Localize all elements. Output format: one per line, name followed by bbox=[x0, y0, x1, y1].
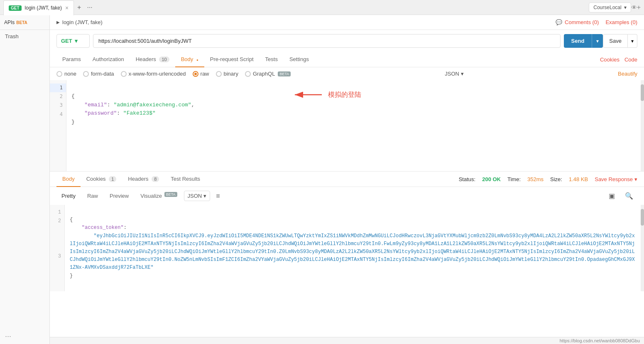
beautify-button[interactable]: Beautify bbox=[618, 71, 637, 77]
resp-preview-btn[interactable]: Preview bbox=[105, 190, 134, 201]
option-raw[interactable]: raw bbox=[193, 71, 209, 77]
main-layout: APIsBETA Trash ··· ▶ login (JWT, fake) 💬… bbox=[0, 15, 644, 344]
response-tab-cookies[interactable]: Cookies 1 bbox=[81, 172, 122, 187]
apis-label: APIs bbox=[4, 20, 15, 25]
env-name: CourseLocal bbox=[593, 5, 621, 10]
trash-label: Trash bbox=[5, 33, 19, 39]
headers-tab-label: Headers bbox=[128, 176, 148, 182]
method-chevron-icon: ▾ bbox=[75, 38, 78, 44]
resp-raw-btn[interactable]: Raw bbox=[82, 190, 103, 201]
line-num-2: 2 bbox=[50, 92, 66, 101]
request-header: ▶ login (JWT, fake) 💬 Comments (0) Examp… bbox=[50, 15, 644, 30]
comments-label: Comments (0) bbox=[565, 19, 599, 25]
graphql-beta-badge: BETA bbox=[278, 71, 291, 76]
eye-icon[interactable]: 👁 bbox=[631, 4, 637, 11]
method-selector[interactable]: GET ▾ bbox=[56, 34, 90, 48]
save-response-button[interactable]: Save Response ▾ bbox=[595, 176, 637, 182]
resp-line-num-1: 1 bbox=[50, 208, 64, 217]
response-scrollbar[interactable] bbox=[641, 205, 644, 291]
tab-bar: GET login (JWT, fake) × + ··· CourseLoca… bbox=[0, 0, 644, 15]
response-tab-body[interactable]: Body bbox=[56, 172, 81, 187]
send-button[interactable]: Send bbox=[564, 34, 592, 48]
expand-icon[interactable]: ▶ bbox=[56, 20, 60, 25]
resp-json-selector[interactable]: JSON ▾ bbox=[184, 191, 211, 201]
sidebar-item-trash[interactable]: Trash bbox=[0, 30, 49, 43]
radio-raw-dot bbox=[193, 71, 198, 77]
option-binary[interactable]: binary bbox=[216, 71, 238, 77]
comment-icon: 💬 bbox=[556, 19, 562, 25]
examples-button[interactable]: Examples (0) bbox=[605, 19, 637, 25]
time-value: 352ms bbox=[527, 176, 544, 182]
url-bar: GET ▾ Send ▾ Save ▾ bbox=[50, 30, 644, 52]
headers-label: Headers bbox=[136, 56, 156, 62]
status-label: Status: bbox=[459, 176, 475, 182]
resp-headers-count-badge: 8 bbox=[152, 176, 159, 182]
resp-search-icon[interactable]: 🔍 bbox=[621, 189, 637, 202]
radio-binary-dot bbox=[216, 71, 222, 77]
red-arrow-svg bbox=[291, 88, 324, 101]
request-name: login (JWT, fake) bbox=[62, 19, 103, 25]
environment-selector[interactable]: CourseLocal ▾ bbox=[589, 2, 631, 12]
size-label: Size: bbox=[550, 176, 562, 182]
line-numbers: 1 2 3 4 bbox=[50, 80, 66, 171]
option-graphql[interactable]: GraphQL BETA bbox=[245, 71, 291, 77]
resp-visualize-btn[interactable]: Visualize BETA bbox=[135, 190, 182, 201]
resp-right-icons: ▣ 🔍 bbox=[605, 189, 637, 202]
resp-pretty-btn[interactable]: Pretty bbox=[56, 190, 81, 201]
option-none[interactable]: none bbox=[56, 71, 76, 77]
resp-line-num-3: 3 bbox=[50, 252, 64, 261]
tab-settings[interactable]: Settings bbox=[284, 52, 315, 67]
tab-close-button[interactable]: × bbox=[65, 5, 69, 11]
sidebar: APIsBETA Trash ··· bbox=[0, 15, 50, 344]
save-button[interactable]: Save bbox=[603, 34, 628, 48]
response-tab-headers[interactable]: Headers 8 bbox=[122, 172, 165, 187]
response-tab-test-results[interactable]: Test Results bbox=[165, 172, 206, 187]
code-link[interactable]: Code bbox=[624, 57, 637, 63]
line-num-4: 4 bbox=[50, 110, 66, 119]
save-dropdown-button[interactable]: ▾ bbox=[628, 34, 637, 48]
json-type-selector[interactable]: JSON ▾ bbox=[445, 71, 464, 77]
sidebar-dots-button[interactable]: ··· bbox=[0, 329, 49, 344]
time-label: Time: bbox=[507, 176, 521, 182]
tab-params[interactable]: Params bbox=[56, 52, 87, 67]
active-tab[interactable]: GET login (JWT, fake) × bbox=[3, 0, 74, 15]
resp-code-content[interactable]: { "access_token": "eyJhbGciOiJIUzI1NiIsI… bbox=[65, 205, 641, 291]
save-response-chevron: ▾ bbox=[634, 176, 637, 182]
editor-scrollbar[interactable] bbox=[641, 80, 644, 171]
line-num-1: 1 bbox=[50, 84, 66, 92]
resp-code-lines: 1 2 3 { "access_token": "eyJhbGciOiJIUzI… bbox=[50, 205, 644, 291]
tab-tests[interactable]: Tests bbox=[260, 52, 284, 67]
comments-button[interactable]: 💬 Comments (0) bbox=[556, 19, 599, 25]
tab-body[interactable]: Body ● bbox=[175, 52, 204, 67]
raw-label: raw bbox=[201, 71, 209, 77]
radio-urlencoded-dot bbox=[121, 71, 127, 77]
tab-method-badge: GET bbox=[9, 5, 22, 11]
tab-more-button[interactable]: ··· bbox=[84, 2, 95, 13]
radio-graphql-dot bbox=[245, 71, 251, 77]
new-tab-button[interactable]: + bbox=[74, 2, 84, 13]
response-toolbar: Pretty Raw Preview Visualize BETA JSON ▾… bbox=[50, 187, 644, 205]
cookies-link[interactable]: Cookies bbox=[600, 57, 620, 63]
json-type-label: JSON bbox=[445, 71, 459, 77]
response-status-bar: Status: 200 OK Time: 352ms Size: 1.48 KB… bbox=[459, 176, 637, 182]
resp-wrap-btn[interactable]: ≡ bbox=[212, 190, 224, 202]
headers-count-badge: 10 bbox=[159, 57, 169, 62]
code-lines: 1 2 3 4 { "email": "admin@fakexiecheng.c… bbox=[50, 80, 644, 171]
tab-authorization[interactable]: Authorization bbox=[87, 52, 130, 67]
resp-json-chevron-icon: ▾ bbox=[203, 193, 206, 199]
url-input[interactable] bbox=[93, 34, 561, 48]
graphql-label: GraphQL bbox=[253, 71, 275, 77]
header-actions: 💬 Comments (0) Examples (0) bbox=[556, 19, 637, 25]
radio-formdata-dot bbox=[83, 71, 89, 77]
resp-copy-icon[interactable]: ▣ bbox=[605, 189, 619, 202]
tab-headers[interactable]: Headers 10 bbox=[130, 52, 175, 67]
send-save-group: Send ▾ Save ▾ bbox=[564, 34, 637, 48]
send-dropdown-button[interactable]: ▾ bbox=[592, 34, 603, 48]
none-label: none bbox=[64, 71, 76, 77]
option-urlencoded[interactable]: x-www-form-urlencoded bbox=[121, 71, 186, 77]
add-env-icon[interactable]: + bbox=[637, 4, 641, 11]
radio-none-dot bbox=[56, 71, 62, 77]
tab-pre-request[interactable]: Pre-request Script bbox=[204, 52, 260, 67]
option-form-data[interactable]: form-data bbox=[83, 71, 114, 77]
size-value: 1.48 KB bbox=[569, 176, 588, 182]
